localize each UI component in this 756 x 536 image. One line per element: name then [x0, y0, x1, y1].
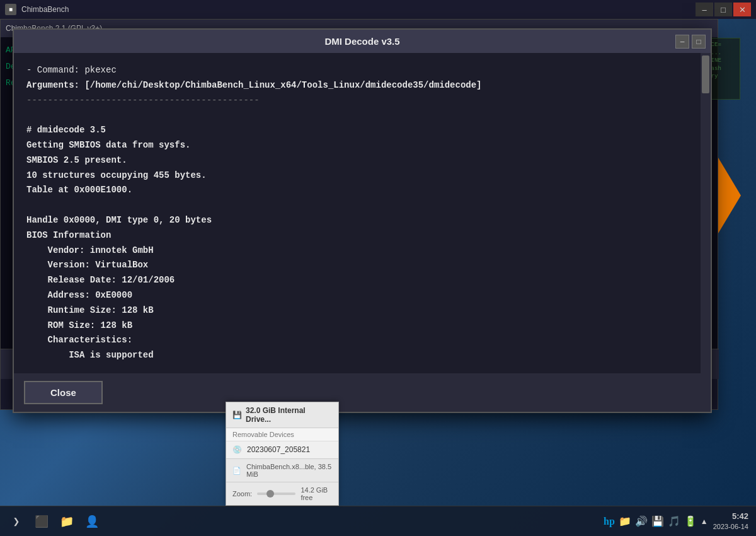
decorative-arrow — [718, 158, 756, 233]
popup-header: 💾 32.0 GiB Internal Drive... — [226, 402, 338, 428]
files-icon[interactable]: 📁 — [619, 515, 631, 527]
minimize-button[interactable]: – — [696, 3, 713, 16]
dmi-line-19: ISA is supported — [26, 348, 685, 363]
dmi-controls: – □ — [675, 35, 706, 49]
dmi-dialog: DMI Decode v3.5 – □ - Command: pkexec Ar… — [13, 28, 712, 413]
popup-drive-item[interactable]: 💿 20230607_205821 — [226, 441, 338, 458]
popup-zoom-bar: Zoom: 14.2 GiB free — [226, 482, 338, 505]
dmi-minimize-button[interactable]: – — [675, 35, 689, 49]
dmi-line-9 — [26, 198, 685, 213]
clock-time: 5:42 — [713, 511, 748, 522]
dmi-line-4: # dmidecode 3.5 — [26, 123, 685, 138]
maximize-button[interactable]: □ — [714, 3, 732, 16]
popup-footer: 📄 ChimbaBench.x8...ble, 38.5 MiB — [226, 458, 338, 482]
dmi-line-2: ----------------------------------------… — [26, 93, 685, 108]
dmi-line-6: SMBIOS 2.5 present. — [26, 153, 685, 168]
dmi-content: - Command: pkexec Arguments: [/home/chi/… — [14, 53, 711, 373]
dmi-close-button[interactable]: Close — [24, 381, 103, 404]
dmi-close-bar: Close — [14, 373, 711, 412]
taskbar-right: hp 📁 🔊 💾 🎵 🔋 ▲ 5:42 2023-06-14 — [604, 511, 756, 531]
audio-icon[interactable]: 🎵 — [668, 515, 680, 527]
dmi-titlebar: DMI Decode v3.5 – □ — [14, 30, 711, 53]
dmi-scrollbar-thumb[interactable] — [702, 55, 709, 93]
taskbar-window-button[interactable]: ⬛ — [30, 510, 53, 533]
popup-section-label: Removable Devices — [226, 428, 338, 441]
file-icon: 📄 — [232, 467, 241, 475]
dmi-line-5: Getting SMBIOS data from sysfs. — [26, 138, 685, 153]
removable-icon: 💿 — [232, 445, 242, 454]
popup-item-text: 20230607_205821 — [247, 445, 310, 454]
dmi-maximize-button[interactable]: □ — [692, 35, 706, 49]
window-title: ChimbaBench — [21, 5, 69, 14]
dmi-line-15: Address: 0xE0000 — [26, 288, 685, 303]
dmi-line-16: Runtime Size: 128 kB — [26, 303, 685, 318]
dmi-line-13: Version: VirtualBox — [26, 258, 685, 273]
clock-date: 2023-06-14 — [713, 522, 748, 531]
zoom-thumb — [266, 490, 274, 498]
taskbar-apps-button[interactable]: ❯ — [5, 510, 28, 533]
dmi-scrollbar[interactable] — [701, 53, 711, 373]
dmi-line-3 — [26, 108, 685, 123]
dmi-line-17: ROM Size: 128 kB — [26, 318, 685, 334]
hp-icon: hp — [604, 516, 615, 527]
dmi-line-1: Arguments: [/home/chi/Desktop/ChimbaBenc… — [26, 78, 685, 93]
dmi-line-14: Release Date: 12/01/2006 — [26, 273, 685, 288]
popup-filename: ChimbaBench.x8...ble, 38.5 MiB — [246, 463, 332, 478]
tray-expand-icon[interactable]: ▲ — [701, 517, 708, 526]
dmi-line-12: Vendor: innotek GmbH — [26, 243, 685, 259]
zoom-track[interactable] — [257, 492, 295, 495]
popup-header-text: 32.0 GiB Internal Drive... — [246, 406, 332, 424]
taskbar-user-button[interactable]: 👤 — [81, 510, 103, 533]
dmi-line-0: - Command: pkexec — [26, 63, 685, 78]
dmi-line-18: Characteristics: — [26, 333, 685, 348]
free-space-label: 14.2 GiB free — [301, 486, 332, 501]
dmi-line-10: Handle 0x0000, DMI type 0, 20 bytes — [26, 213, 685, 228]
dmi-line-8: Table at 0x000E1000. — [26, 183, 685, 198]
app-icon: ■ — [5, 4, 16, 15]
taskbar-system-icons: hp 📁 🔊 💾 🎵 🔋 ▲ — [604, 515, 708, 527]
taskbar-clock: 5:42 2023-06-14 — [713, 511, 748, 531]
dmi-title: DMI Decode v3.5 — [324, 36, 399, 47]
window-controls: – □ ✕ — [696, 3, 751, 16]
battery-icon[interactable]: 🔋 — [684, 515, 697, 527]
taskbar-left: ❯ ⬛ 📁 👤 — [0, 510, 103, 533]
close-window-button[interactable]: ✕ — [733, 3, 751, 16]
zoom-label: Zoom: — [232, 490, 252, 498]
drive-icon: 💾 — [232, 411, 242, 419]
volume-icon[interactable]: 🔊 — [635, 515, 648, 527]
dmi-line-7: 10 structures occupying 455 bytes. — [26, 168, 685, 184]
os-titlebar: ■ ChimbaBench – □ ✕ — [0, 0, 756, 19]
taskbar: ❯ ⬛ 📁 👤 hp 📁 🔊 💾 🎵 🔋 ▲ 5:42 2023-06-14 — [0, 506, 756, 536]
taskbar-popup: 💾 32.0 GiB Internal Drive... Removable D… — [226, 402, 339, 506]
dmi-line-11: BIOS Information — [26, 228, 685, 243]
desktop: ChimbaBench 2.1 (GPL v3+) AP De Re FPS: … — [0, 0, 756, 536]
storage-icon[interactable]: 💾 — [651, 515, 664, 527]
taskbar-files-button[interactable]: 📁 — [55, 510, 78, 533]
